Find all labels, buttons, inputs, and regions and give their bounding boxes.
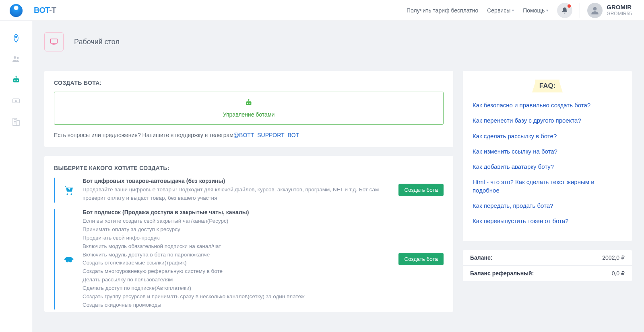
svg-point-24 [66,193,68,195]
user-name: GROMIR [607,4,632,11]
faq-link[interactable]: Как сделать рассылку в боте? [473,132,622,140]
sidebar-item-payments[interactable] [10,95,22,107]
faq-link[interactable]: Как передать, продать бота? [473,202,622,210]
support-text: Есть вопросы или предложения? Напишите в… [54,132,444,138]
balance-card: Баланс:2002,0 ₽Баланс реферальный:0,0 ₽ [463,250,632,281]
faq-card: FAQ: Как безопасно и правильно создать б… [463,71,632,241]
nav-tariff[interactable]: Получить тариф бесплатно [407,7,478,14]
svg-rect-11 [13,118,17,125]
avatar-icon [590,5,600,16]
option-title: Бот подписок (Продажа доступа в закрытые… [83,209,398,215]
svg-rect-9 [12,99,19,103]
svg-rect-16 [51,39,58,43]
page-title: Рабочий стол [74,38,120,46]
notifications-button[interactable] [557,3,572,18]
robot-icon [11,75,21,85]
sidebar-item-dashboard[interactable] [10,32,22,44]
users-icon [11,54,21,64]
choose-bot-card: ВЫБЕРИТЕ КАКОГО ХОТИТЕ СОЗДАТЬ: Бот цифр… [44,156,453,312]
svg-rect-4 [13,78,19,82]
svg-point-2 [14,56,16,59]
divider [580,3,580,18]
create-bot-card: СОЗДАТЬ БОТА: Управление ботами Есть воп… [44,71,453,147]
page-header: Рабочий стол [32,21,644,59]
bot-option-subscriptions: Бот подписок (Продажа доступа в закрытые… [54,209,444,309]
svg-point-1 [15,37,17,38]
robot-icon [244,98,254,107]
money-icon [11,97,21,105]
chevron-down-icon: ▾ [512,8,514,12]
faq-heading: FAQ: [535,80,559,92]
faq-link[interactable]: Как перевыпустить токен от бота? [473,217,622,225]
faq-link[interactable]: Как изменить ссылку на бота? [473,148,622,156]
logo[interactable] [0,4,32,17]
svg-point-8 [15,76,17,77]
svg-point-23 [248,99,250,100]
chevron-down-icon: ▾ [546,8,548,12]
top-header: BOT-T Получить тариф бесплатно Сервисы▾ … [0,0,644,21]
support-link[interactable]: @BOTT_SUPPORT_BOT [233,132,299,138]
option-desc: Если вы хотите создать свой закрытый чат… [83,217,398,309]
manage-bots-button[interactable]: Управление ботами [54,92,444,125]
balance-row: Баланс:2002,0 ₽ [463,250,632,266]
manage-bots-label: Управление ботами [61,111,437,118]
rocket-icon [11,33,21,43]
option-desc: Продавайте ваши цифровые товары! Подходи… [83,186,398,203]
svg-point-10 [15,100,17,102]
svg-point-6 [17,80,18,81]
faq-link[interactable]: Как безопасно и правильно создать бота? [473,101,622,109]
logo-icon [10,4,23,17]
notification-dot [568,4,571,8]
faq-link[interactable]: Как перенести базу с другого проекта? [473,117,622,125]
page-icon-box [44,32,64,51]
bell-icon [561,7,568,14]
building-icon [11,117,21,127]
logo-text: BOT-T [34,6,56,15]
sidebar-item-organization[interactable] [10,116,22,128]
faq-link[interactable]: Html - что это? Как сделать текст жирным… [473,178,622,195]
choose-heading: ВЫБЕРИТЕ КАКОГО ХОТИТЕ СОЗДАТЬ: [54,165,444,171]
sidebar-item-users[interactable] [10,53,22,65]
create-bot-button[interactable]: Создать бота [398,253,444,265]
balance-row: Баланс реферальный:0,0 ₽ [463,266,632,281]
spy-icon [63,253,75,265]
svg-point-3 [17,57,19,59]
svg-point-20 [247,103,248,104]
nav-help[interactable]: Помощь▾ [523,7,548,14]
nav-services[interactable]: Сервисы▾ [487,7,514,14]
create-bot-heading: СОЗДАТЬ БОТА: [54,80,444,86]
svg-point-25 [70,193,72,195]
svg-point-0 [593,7,597,10]
sidebar [0,21,32,332]
sidebar-item-bots[interactable] [10,74,22,86]
faq-link[interactable]: Как добавить аватарку боту? [473,163,622,171]
svg-point-5 [14,80,15,81]
bot-option-digital-goods: Бот цифровых товаров-автовыдача (без кор… [54,178,444,203]
monitor-icon [49,37,59,46]
svg-rect-12 [17,121,19,125]
user-menu[interactable]: GROMIR GROMIR55 [607,4,632,16]
content-area: Рабочий стол СОЗДАТЬ БОТА: Управление бо… [32,21,644,332]
option-title: Бот цифровых товаров-автовыдача (без кор… [83,178,398,184]
svg-rect-19 [246,101,252,105]
user-handle: GROMIR55 [607,11,632,16]
user-avatar[interactable] [587,3,603,18]
svg-point-21 [249,103,250,104]
cart-icon [63,184,75,196]
create-bot-button[interactable]: Создать бота [398,184,444,196]
